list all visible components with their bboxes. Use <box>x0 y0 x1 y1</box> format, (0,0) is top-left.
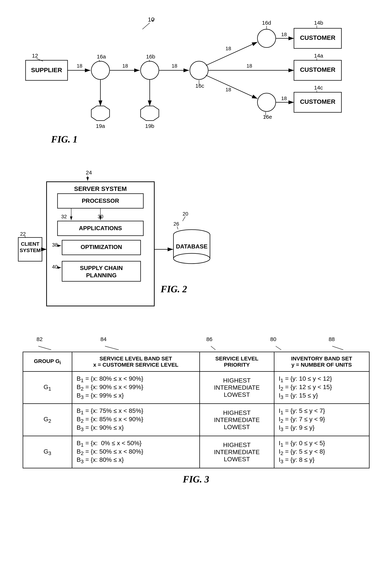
ref-18-1: 18 <box>77 63 82 69</box>
link-16c-16e <box>206 75 258 99</box>
ref-40: 40 <box>52 264 58 270</box>
svg-line-15 <box>177 227 178 229</box>
ref-22: 22 <box>20 231 26 237</box>
ref-32: 32 <box>61 214 67 219</box>
col-priority-header: SERVICE LEVELPRIORITY <box>200 352 274 372</box>
ref-18-6: 18 <box>246 63 252 69</box>
priority-g3: HIGHESTINTERMEDIATELOWEST <box>200 436 274 468</box>
ref-lines-svg <box>36 336 384 351</box>
inventory-g1: I1 = {y: 10 ≤ y < 12} I2 = {y: 12 ≤ y < … <box>274 372 369 404</box>
node-16c <box>190 61 208 80</box>
fig2-area: 24 SERVER SYSTEM PROCESSOR 32 30 APPLICA… <box>14 164 378 329</box>
customer-label-14b: CUSTOMER <box>300 34 336 41</box>
col-inventory-header: INVENTORY BAND SETy = NUMBER OF UNITS <box>274 352 369 372</box>
group-g2: G2 <box>23 404 72 436</box>
svg-line-0 <box>142 23 150 29</box>
node-16a <box>91 61 110 80</box>
fig3-caption: FIG. 3 <box>14 474 378 485</box>
node-19a <box>91 106 110 121</box>
svg-line-19 <box>38 346 51 350</box>
bands-g3: B1 = {x: 0% ≤ x < 50%} B2 = {x: 50% ≤ x … <box>72 436 200 468</box>
inventory-g2: I1 = {y: 5 ≤ y < 7} I2 = {y: 7 ≤ y < 9} … <box>274 404 369 436</box>
page: 10 ↙ SUPPLIER 12 16a 16b 16c 16d <box>0 0 392 582</box>
ref-20: 20 <box>182 211 188 217</box>
applications-label: APPLICATIONS <box>79 225 122 231</box>
node-16e <box>258 93 276 112</box>
fig1-caption: FIG. 1 <box>51 134 78 145</box>
ref-16d: 16d <box>262 20 271 26</box>
customer-label-14a: CUSTOMER <box>300 66 336 73</box>
node-16d <box>258 29 276 48</box>
fig1-area: 10 ↙ SUPPLIER 12 16a 16b 16c 16d <box>14 11 378 161</box>
database-label: DATABASE <box>176 243 208 250</box>
server-system-label: SERVER SYSTEM <box>74 185 127 192</box>
link-16c-16d <box>206 42 258 65</box>
ref-26: 26 <box>174 221 179 227</box>
client-label1: CLIENT <box>21 241 39 247</box>
db-bottom <box>174 253 210 264</box>
ref-18-7: 18 <box>281 32 287 37</box>
node-16b <box>140 61 159 80</box>
optimization-label: OPTIMIZATION <box>81 244 122 250</box>
fig1-svg: 10 ↙ SUPPLIER 12 16a 16b 16c 16d <box>14 11 380 161</box>
svg-line-22 <box>276 346 281 350</box>
ref-12: 12 <box>32 53 38 59</box>
table-header-row: GROUP Gi SERVICE LEVEL BAND SETx = CUSTO… <box>23 352 369 372</box>
svg-line-23 <box>332 346 343 350</box>
customer-label-14c: CUSTOMER <box>300 98 336 105</box>
supply-chain-label1: SUPPLY CHAIN <box>80 265 123 271</box>
ref-14b: 14b <box>314 20 323 26</box>
priority-g1: HIGHESTINTERMEDIATELOWEST <box>200 372 274 404</box>
fig3-refs-row: 82 84 86 80 88 <box>36 336 378 351</box>
ref-16b: 16b <box>146 54 155 60</box>
bands-g2: B1 = {x: 75% ≤ x < 85%} B2 = {x: 85% ≤ x… <box>72 404 200 436</box>
ref-19a: 19a <box>96 123 105 129</box>
group-g1: G1 <box>23 372 72 404</box>
fig2-caption: FIG. 2 <box>160 284 187 294</box>
priority-g2: HIGHESTINTERMEDIATELOWEST <box>200 404 274 436</box>
ref-14a: 14a <box>314 53 323 59</box>
fig3-area: 82 84 86 80 88 GROUP Gi SERVICE LEVEL BA… <box>14 336 378 485</box>
ref-18-5: 18 <box>226 87 231 93</box>
supply-chain-label2: PLANNING <box>86 272 116 279</box>
group-g3: G3 <box>23 436 72 468</box>
fig3-table: GROUP Gi SERVICE LEVEL BAND SETx = CUSTO… <box>23 352 370 468</box>
ref-19b: 19b <box>145 123 154 129</box>
processor-label: PROCESSOR <box>82 198 119 204</box>
ref-16a: 16a <box>97 54 106 60</box>
ref-24: 24 <box>86 170 92 176</box>
ref-10-arrow: ↙ <box>151 17 156 23</box>
ref-18-2: 18 <box>122 63 128 69</box>
ref-18-8: 18 <box>281 96 287 101</box>
table-row: G2 B1 = {x: 75% ≤ x < 85%} B2 = {x: 85% … <box>23 404 369 436</box>
ref-18-4: 18 <box>226 46 231 51</box>
col-group-header: GROUP Gi <box>23 352 72 372</box>
ref-16c: 16c <box>195 83 204 89</box>
client-label2: SYSTEM <box>20 248 40 253</box>
svg-line-20 <box>105 346 119 350</box>
svg-line-14 <box>182 217 185 221</box>
fig2-svg: 24 SERVER SYSTEM PROCESSOR 32 30 APPLICA… <box>14 164 380 329</box>
ref-18-3: 18 <box>172 63 177 69</box>
svg-line-21 <box>211 346 216 350</box>
ref-38: 38 <box>52 242 58 248</box>
supplier-label: SUPPLIER <box>31 67 62 74</box>
ref-14c: 14c <box>314 85 323 91</box>
ref-16e: 16e <box>263 114 272 120</box>
table-row: G3 B1 = {x: 0% ≤ x < 50%} B2 = {x: 50% ≤… <box>23 436 369 468</box>
inventory-g3: I1 = {y: 0 ≤ y < 5} I2 = {y: 5 ≤ y < 8} … <box>274 436 369 468</box>
bands-g1: B1 = {x: 80% ≤ x < 90%} B2 = {x: 90% ≤ x… <box>72 372 200 404</box>
fig3-table-container: GROUP Gi SERVICE LEVEL BAND SETx = CUSTO… <box>23 352 370 468</box>
col-service-band-header: SERVICE LEVEL BAND SETx = CUSTOMER SERVI… <box>72 352 200 372</box>
node-19b <box>140 106 159 121</box>
table-row: G1 B1 = {x: 80% ≤ x < 90%} B2 = {x: 90% … <box>23 372 369 404</box>
